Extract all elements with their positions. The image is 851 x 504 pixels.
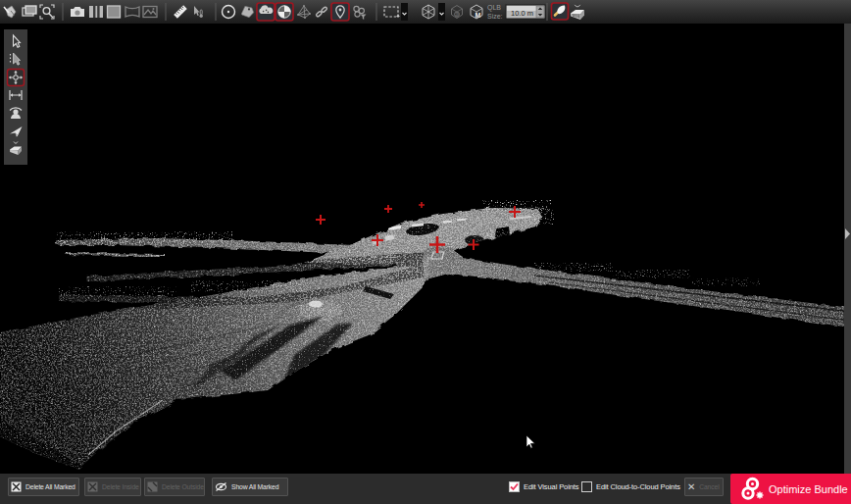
svg-text:10.0 m: 10.0 m (511, 9, 533, 18)
svg-text:Size:: Size: (487, 13, 503, 20)
svg-text:QLB: QLB (487, 4, 501, 12)
svg-text:CS: CS (454, 12, 460, 17)
svg-text:M: M (476, 12, 481, 19)
